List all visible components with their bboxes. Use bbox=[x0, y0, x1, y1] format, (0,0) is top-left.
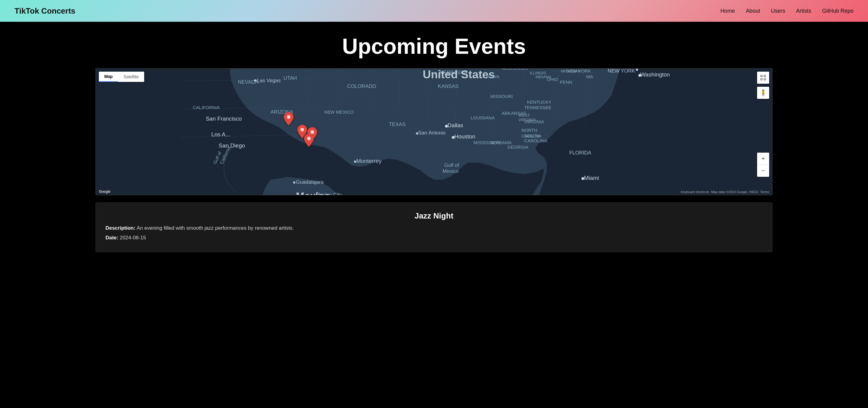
svg-point-41 bbox=[636, 69, 638, 71]
map-zoom-controls: + − bbox=[757, 153, 769, 177]
svg-text:Monterrey: Monterrey bbox=[356, 158, 382, 164]
svg-text:TEXAS: TEXAS bbox=[389, 122, 406, 127]
map-data-text: Map data ©2024 Google, INEGI bbox=[711, 190, 758, 194]
map-type-map-button[interactable]: Map bbox=[99, 72, 118, 82]
svg-point-47 bbox=[416, 132, 418, 134]
svg-point-49 bbox=[452, 136, 455, 139]
google-logo: Google bbox=[99, 189, 110, 194]
svg-text:KANSAS: KANSAS bbox=[438, 84, 459, 89]
event-card: Jazz Night Description: An evening fille… bbox=[95, 202, 773, 252]
svg-text:ILLINOIS: ILLINOIS bbox=[530, 71, 546, 75]
main-content: Upcoming Events bbox=[0, 22, 868, 270]
svg-rect-103 bbox=[764, 79, 766, 80]
event-date-value: 2024-08-15 bbox=[120, 235, 146, 241]
svg-text:Los A...: Los A... bbox=[211, 131, 230, 137]
event-description-text: An evening filled with smooth jazz perfo… bbox=[136, 225, 294, 231]
svg-text:COLORADO: COLORADO bbox=[347, 84, 376, 89]
event-description-label: Description: bbox=[105, 225, 135, 231]
svg-text:NEW YORK: NEW YORK bbox=[608, 69, 635, 74]
svg-rect-102 bbox=[761, 79, 762, 80]
map-pin-san-diego[interactable] bbox=[304, 133, 314, 148]
svg-text:MICHIGAN: MICHIGAN bbox=[561, 69, 581, 73]
map-street-view-button[interactable]: 🧍 bbox=[757, 87, 769, 99]
svg-text:MISSISSIPPI: MISSISSIPPI bbox=[473, 140, 500, 145]
event-title: Jazz Night bbox=[105, 211, 763, 221]
svg-point-99 bbox=[307, 136, 311, 140]
svg-text:TENNESSEE: TENNESSEE bbox=[524, 105, 551, 110]
site-header: TikTok Concerts Home About Users Artists… bbox=[0, 0, 868, 22]
svg-point-97 bbox=[301, 128, 304, 131]
svg-text:Gulf of: Gulf of bbox=[444, 162, 459, 168]
svg-rect-101 bbox=[764, 75, 766, 77]
map-container[interactable]: OREGON IDAHO WYOMING MINNESOTA SOUTH DAK… bbox=[95, 68, 773, 195]
svg-point-96 bbox=[287, 115, 290, 119]
svg-point-51 bbox=[354, 160, 356, 163]
svg-text:Las Vegas: Las Vegas bbox=[257, 78, 280, 84]
page-title: Upcoming Events bbox=[0, 34, 868, 59]
svg-text:LOUISIANA: LOUISIANA bbox=[471, 115, 495, 120]
svg-text:MISSOURI: MISSOURI bbox=[491, 94, 513, 99]
main-nav: Home About Users Artists GitHub Repo bbox=[720, 8, 854, 14]
svg-point-58 bbox=[582, 177, 584, 180]
svg-text:PENN: PENN bbox=[560, 80, 572, 85]
map-type-control: Map Satellite bbox=[99, 72, 144, 82]
map-zoom-in-button[interactable]: + bbox=[757, 153, 769, 165]
svg-text:San Antonio: San Antonio bbox=[418, 130, 445, 136]
map-pin-san-francisco[interactable] bbox=[284, 112, 293, 127]
map-type-satellite-button[interactable]: Satellite bbox=[118, 72, 144, 82]
svg-text:Guadalajara: Guadalajara bbox=[296, 179, 324, 185]
brand-logo: TikTok Concerts bbox=[14, 6, 75, 16]
svg-text:Miami: Miami bbox=[584, 175, 599, 181]
svg-text:San Diego: San Diego bbox=[219, 143, 245, 149]
svg-point-45 bbox=[445, 125, 447, 128]
street-view-icon: 🧍 bbox=[760, 89, 767, 96]
svg-text:VIRGINIA: VIRGINIA bbox=[519, 118, 536, 122]
svg-text:GEORGIA: GEORGIA bbox=[507, 145, 528, 150]
event-date-label: Date: bbox=[105, 235, 119, 241]
terms-link[interactable]: Terms bbox=[760, 190, 769, 194]
svg-text:Washington: Washington bbox=[641, 71, 670, 78]
svg-text:San Francisco: San Francisco bbox=[206, 116, 242, 122]
svg-rect-100 bbox=[761, 75, 762, 77]
map-attribution-left: Google bbox=[99, 189, 110, 194]
svg-text:CAROLINA: CAROLINA bbox=[521, 134, 541, 138]
map-zoom-out-button[interactable]: − bbox=[757, 165, 769, 177]
svg-text:United States: United States bbox=[423, 69, 495, 81]
svg-text:Mexico: Mexico bbox=[442, 168, 459, 174]
nav-github[interactable]: GitHub Repo bbox=[822, 8, 854, 14]
event-description: Description: An evening filled with smoo… bbox=[105, 224, 763, 232]
map-fullscreen-button[interactable] bbox=[757, 72, 769, 84]
svg-text:UTAH: UTAH bbox=[283, 75, 297, 81]
svg-text:Dallas: Dallas bbox=[447, 122, 463, 128]
svg-text:CAROLINA: CAROLINA bbox=[524, 138, 547, 143]
svg-text:ARKANSAS: ARKANSAS bbox=[502, 111, 526, 116]
nav-about[interactable]: About bbox=[746, 8, 760, 14]
svg-text:INDIANA: INDIANA bbox=[535, 75, 552, 79]
nav-users[interactable]: Users bbox=[771, 8, 785, 14]
event-date: Date: 2024-08-15 bbox=[105, 234, 763, 242]
svg-point-43 bbox=[638, 74, 641, 77]
map-attribution-right: Keyboard shortcuts Map data ©2024 Google… bbox=[681, 190, 769, 194]
svg-point-53 bbox=[293, 181, 295, 184]
svg-text:CALIFORNIA: CALIFORNIA bbox=[193, 105, 220, 110]
nav-home[interactable]: Home bbox=[720, 8, 735, 14]
svg-text:WISCONSIN: WISCONSIN bbox=[502, 69, 528, 71]
map-svg: OREGON IDAHO WYOMING MINNESOTA SOUTH DAK… bbox=[96, 69, 772, 195]
svg-text:Mexico City: Mexico City bbox=[315, 192, 342, 195]
svg-text:NEW MEXICO: NEW MEXICO bbox=[324, 109, 353, 115]
svg-text:IOWA: IOWA bbox=[488, 74, 499, 79]
svg-text:KENTUCKY: KENTUCKY bbox=[527, 99, 552, 104]
keyboard-shortcuts-link[interactable]: Keyboard shortcuts bbox=[681, 190, 709, 194]
svg-text:NORTH: NORTH bbox=[521, 128, 537, 133]
svg-point-34 bbox=[254, 80, 256, 82]
map-background: OREGON IDAHO WYOMING MINNESOTA SOUTH DAK… bbox=[96, 69, 772, 195]
svg-text:Houston: Houston bbox=[454, 133, 475, 139]
nav-artists[interactable]: Artists bbox=[796, 8, 811, 14]
svg-text:FLORIDA: FLORIDA bbox=[569, 150, 591, 156]
svg-text:MA: MA bbox=[586, 74, 593, 79]
